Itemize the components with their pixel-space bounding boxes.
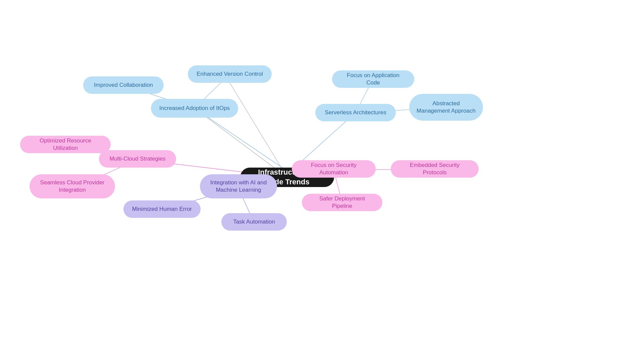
svg-line-2 [230, 83, 287, 177]
node-task-automation: Task Automation [221, 213, 287, 231]
node-optimized-resource: Optimized Resource Utilization [20, 136, 111, 153]
node-focus-app-code: Focus on Application Code [332, 70, 414, 88]
node-integration-ai: Integration with AI and Machine Learning [200, 174, 277, 198]
node-safer-deployment: Safer Deployment Pipeline [302, 194, 382, 211]
node-focus-security: Focus on Security Automation [292, 160, 376, 178]
node-serverless: Serverless Architectures [315, 104, 396, 121]
svg-line-0 [195, 108, 287, 177]
svg-line-4 [195, 108, 287, 171]
node-improved-collab: Improved Collaboration [83, 76, 164, 94]
node-minimized-human: Minimized Human Error [123, 200, 201, 218]
node-enhanced-version: Enhanced Version Control [188, 65, 272, 83]
node-seamless-cloud: Seamless Cloud Provider Integration [30, 174, 115, 198]
node-abstracted-mgmt: Abstracted Management Approach [409, 94, 483, 121]
node-embedded-security: Embedded Security Protocols [391, 160, 479, 178]
node-increased-adoption: Increased Adoption of ItOps [151, 99, 238, 118]
node-multi-cloud: Multi-Cloud Strategies [99, 150, 176, 168]
svg-line-3 [195, 108, 287, 177]
